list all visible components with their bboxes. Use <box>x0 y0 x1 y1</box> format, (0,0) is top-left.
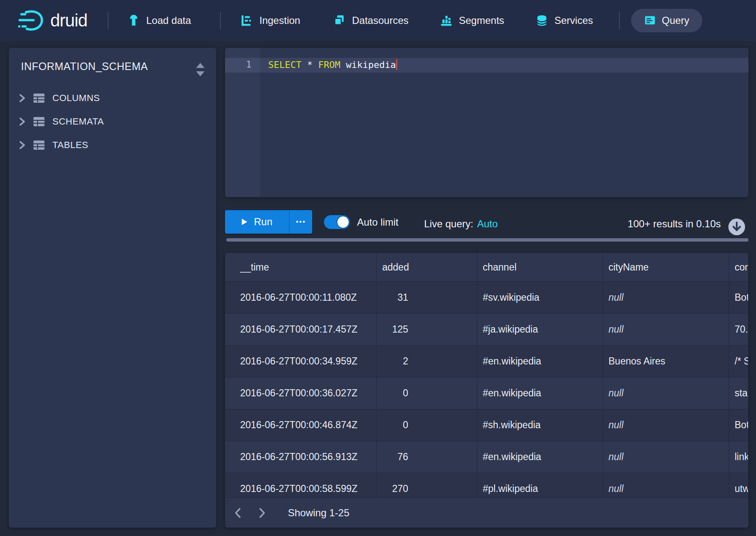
cell-added[interactable]: 125 <box>377 314 477 346</box>
nav-item-label: Segments <box>459 15 504 26</box>
cell-channel[interactable]: #en.wikipedia <box>477 441 603 473</box>
run-more-button[interactable]: ••• <box>289 210 312 234</box>
cell-cityname[interactable]: null <box>603 441 729 473</box>
column-header-channel[interactable]: channel <box>477 253 603 282</box>
sql-keyword: FROM <box>318 60 340 70</box>
toggle-knob <box>337 216 349 228</box>
services-icon <box>536 14 548 27</box>
cell-added[interactable]: 31 <box>377 282 477 314</box>
nav-item-label: Query <box>662 15 689 26</box>
tree-item-label: COLUMNS <box>52 93 100 104</box>
chevron-right-icon <box>19 117 25 126</box>
nav-item-ingestion[interactable]: Ingestion <box>241 0 300 41</box>
text-cursor <box>396 59 397 70</box>
cell-cityname[interactable]: Buenos Aires <box>603 346 729 377</box>
sql-text: wikipedia <box>340 60 396 70</box>
cell-cityname[interactable]: null <box>603 282 729 314</box>
nav-separator <box>619 12 620 29</box>
nav-item-services[interactable]: Services <box>536 0 593 41</box>
column-header-comment[interactable]: comment <box>729 253 748 282</box>
previous-page-button[interactable] <box>228 504 247 522</box>
sql-editor[interactable]: 1 SELECT * FROM wikipedia <box>225 48 748 197</box>
schema-header: INFORMATION_SCHEMA <box>9 48 216 86</box>
cell-time[interactable]: 2016-06-27T00:00:11.080Z <box>225 282 377 314</box>
results-table: __time added channel cityName comment 20… <box>225 253 748 528</box>
cell-comment[interactable]: /* S <box>729 346 748 377</box>
ingestion-icon <box>241 14 253 27</box>
download-icon[interactable] <box>728 218 746 236</box>
column-header-time[interactable]: __time <box>225 253 377 282</box>
live-query-control: Live query:Auto <box>424 218 498 230</box>
table-row: 2016-06-27T00:00:11.080Z 31 #sv.wikipedi… <box>225 282 748 314</box>
table-row: 2016-06-27T00:00:34.959Z 2 #en.wikipedia… <box>225 346 748 377</box>
cell-time[interactable]: 2016-06-27T00:00:56.913Z <box>225 441 377 473</box>
horizontal-scrollbar[interactable] <box>226 238 748 242</box>
cell-channel[interactable]: #sv.wikipedia <box>477 282 603 314</box>
cell-comment[interactable]: Bot <box>729 409 748 441</box>
tree-item-label: SCHEMATA <box>52 116 104 127</box>
chevron-right-icon <box>259 508 265 518</box>
segments-icon <box>440 14 453 27</box>
tree-item-tables[interactable]: TABLES <box>9 133 216 157</box>
run-button[interactable]: Run <box>225 210 289 234</box>
load-data-icon <box>127 14 140 27</box>
cell-cityname[interactable]: null <box>603 409 729 441</box>
auto-limit-label: Auto limit <box>357 216 399 228</box>
table-grid-icon <box>33 140 45 150</box>
nav-item-load-data[interactable]: Load data <box>127 0 191 41</box>
cell-time[interactable]: 2016-06-27T00:00:36.027Z <box>225 377 377 409</box>
schema-explorer: INFORMATION_SCHEMA COLUMNS <box>9 48 216 528</box>
cell-channel[interactable]: #ja.wikipedia <box>477 314 603 346</box>
next-page-button[interactable] <box>253 504 271 522</box>
table-header-row: __time added channel cityName comment <box>225 253 748 282</box>
tree-item-columns[interactable]: COLUMNS <box>9 86 216 110</box>
cell-time[interactable]: 2016-06-27T00:00:17.457Z <box>225 314 377 346</box>
table-grid-icon <box>33 93 45 103</box>
sql-keyword: SELECT <box>268 60 301 70</box>
column-header-added[interactable]: added <box>377 253 477 282</box>
cell-added[interactable]: 0 <box>377 377 477 409</box>
brand-name: druid <box>50 10 87 31</box>
nav-item-label: Ingestion <box>259 15 300 26</box>
cell-channel[interactable]: #en.wikipedia <box>477 377 603 409</box>
cell-channel[interactable]: #en.wikipedia <box>477 346 603 377</box>
sql-text: * <box>301 60 318 70</box>
cell-comment[interactable]: sta <box>729 377 748 409</box>
ellipsis-icon: ••• <box>296 218 306 226</box>
play-icon <box>242 219 247 225</box>
results-summary: 100+ results in 0.10s <box>628 218 721 230</box>
nav-item-label: Services <box>554 15 593 26</box>
cell-added[interactable]: 76 <box>377 441 477 473</box>
table-grid-icon <box>33 117 45 127</box>
cell-time[interactable]: 2016-06-27T00:00:46.874Z <box>225 409 377 441</box>
nav-separator <box>220 12 221 29</box>
tree-item-label: TABLES <box>52 140 88 151</box>
toggle-on[interactable] <box>324 215 350 229</box>
druid-logo-icon <box>17 9 44 32</box>
cell-channel[interactable]: #sh.wikipedia <box>477 409 603 441</box>
column-header-cityname[interactable]: cityName <box>603 253 729 282</box>
cell-cityname[interactable]: null <box>603 377 729 409</box>
cell-time[interactable]: 2016-06-27T00:00:34.959Z <box>225 346 377 377</box>
sql-code-line[interactable]: SELECT * FROM wikipedia <box>268 59 397 70</box>
cell-comment[interactable]: 70. <box>729 314 748 346</box>
tree-item-schemata[interactable]: SCHEMATA <box>9 110 216 133</box>
nav-item-segments[interactable]: Segments <box>440 0 504 41</box>
cell-comment[interactable]: link <box>729 441 748 473</box>
nav-separator <box>108 12 109 29</box>
schema-selector-caret-icon[interactable] <box>195 61 205 78</box>
auto-limit-switch[interactable]: Auto limit <box>324 215 399 229</box>
table-row: 2016-06-27T00:00:17.457Z 125 #ja.wikiped… <box>225 314 748 346</box>
druid-logo[interactable]: druid <box>17 0 87 41</box>
cell-comment[interactable]: Bot <box>729 282 748 314</box>
nav-item-query-active[interactable]: Query <box>631 9 702 32</box>
live-query-value[interactable]: Auto <box>477 218 497 229</box>
cell-added[interactable]: 2 <box>377 346 477 377</box>
run-button-label: Run <box>254 216 272 228</box>
line-number: 1 <box>225 60 251 70</box>
nav-item-datasources[interactable]: Datasources <box>333 0 409 41</box>
cell-added[interactable]: 0 <box>377 409 477 441</box>
cell-cityname[interactable]: null <box>603 314 729 346</box>
schema-title: INFORMATION_SCHEMA <box>21 60 148 73</box>
datasources-icon <box>333 14 346 27</box>
